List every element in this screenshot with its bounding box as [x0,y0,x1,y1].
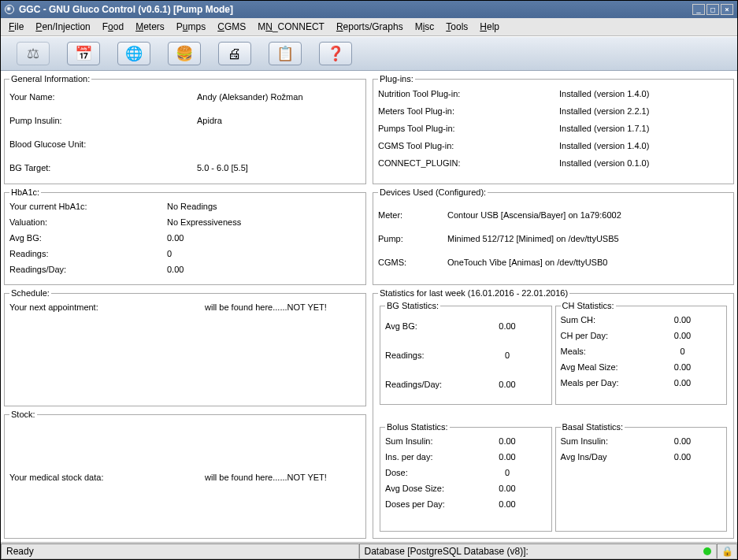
toolbar-btn-globe[interactable]: 🌐 [117,42,150,65]
menu-file[interactable]: File [4,20,28,33]
bg-statistics-panel: BG Statistics: Avg BG:0.00Readings:0Read… [380,301,552,405]
bg-stat-label-0: Avg BG: [385,318,488,334]
bolus-stat-label-0: Sum Insulin: [385,433,488,449]
menu-reports-graphs[interactable]: Reports/Graphs [332,20,408,33]
hba1c-label-1: Valuation: [9,214,167,230]
hba1c-value-4: 0.00 [167,261,361,277]
titlebar: GGC - GNU Gluco Control (v0.6.1) [Pump M… [1,1,737,18]
device-value-2: OneTouch Vibe [Animas] on /dev/ttyUSB0 [447,250,729,274]
menu-cgms[interactable]: CGMS [213,20,250,33]
bg-stat-value-2: 0.00 [488,376,527,392]
toolbar-btn-print[interactable]: 🖨 [218,42,251,65]
menu-tools[interactable]: Tools [441,20,473,33]
plugin-label-2: Pumps Tool Plug-in: [378,120,559,137]
basal-statistics-panel: Basal Statistics: Sum Insulin:0.00Avg In… [555,422,728,532]
toolbar-btn-food[interactable]: 🍔 [168,42,201,65]
device-label-1: Pump: [378,227,447,250]
plugins-panel: Plug-ins: Nutrition Tool Plug-in:Install… [373,74,734,184]
plugin-label-3: CGMS Tool Plug-in: [378,137,559,154]
schedule-value: will be found here......NOT YET! [205,299,361,315]
db-status-indicator-icon [703,547,711,555]
bg-stat-value-1: 0 [488,347,527,363]
statistics-panel: Statistics for last week (16.01.2016 - 2… [373,288,734,539]
toolbar-btn-calendar[interactable]: 📅 [67,42,100,65]
menu-help[interactable]: Help [475,20,504,33]
bolus-stat-value-1: 0.00 [488,449,527,465]
window-title: GGC - GNU Gluco Control (v0.6.1) [Pump M… [19,4,233,15]
plugin-value-0: Installed (version 1.4.0) [559,85,729,102]
your-name-value: Andy (Aleksander) Rožman [197,85,361,109]
plugin-value-3: Installed (version 1.4.0) [559,137,729,154]
ch-stat-label-2: Meals: [561,343,663,359]
hba1c-value-3: 0 [167,246,361,261]
minimize-button[interactable]: _ [692,4,705,15]
toolbar-btn-checklist[interactable]: 📋 [269,42,302,65]
maximize-button[interactable]: □ [706,4,719,15]
status-right: Database [PostgreSQL Database (v8)]: [359,543,718,559]
bolus-stat-label-4: Doses per Day: [385,496,488,512]
plugin-value-2: Installed (version 1.7.1) [559,120,729,137]
device-label-0: Meter: [378,203,447,227]
ch-stat-value-0: 0.00 [663,312,703,328]
hba1c-label-0: Your current HbA1c: [9,198,167,214]
hba1c-label-4: Readings/Day: [9,261,167,277]
stock-label: Your medical stock data: [9,469,205,485]
device-label-2: CGMS: [378,250,447,274]
menu-pumps[interactable]: Pumps [172,20,210,33]
hba1c-label-3: Readings: [9,246,167,261]
pump-insulin-value: Apidra [197,109,361,132]
stock-legend: Stock: [9,410,37,419]
bg-stat-label-1: Readings: [385,347,488,363]
bg-target-label: BG Target: [9,156,197,180]
schedule-legend: Schedule: [9,288,51,298]
schedule-panel: Schedule: Your next appointment:will be … [4,288,366,406]
ch-stat-value-3: 0.00 [663,359,703,375]
bolus-statistics-panel: Bolus Statistics: Sum Insulin:0.00Ins. p… [380,422,552,532]
bg-target-value: 5.0 - 6.0 [5.5] [197,156,361,180]
hba1c-panel: HbA1c: Your current HbA1c:No ReadingsVal… [4,187,366,285]
menu-pen-injection[interactable]: Pen/Injection [31,20,95,33]
basal-stat-value-1: 0.00 [663,449,703,465]
toolbar: ⚖ 📅 🌐 🍔 🖨 📋 ❓ [1,36,737,71]
device-value-0: Contour USB [Ascensia/Bayer] on 1a79:600… [447,203,729,227]
bolus-stat-label-1: Ins. per day: [385,449,488,465]
bolus-stat-value-3: 0.00 [488,480,527,496]
bg-stats-legend: BG Statistics: [385,301,440,310]
ch-stat-value-4: 0.00 [663,375,703,391]
bolus-stats-legend: Bolus Statistics: [385,422,450,432]
bg-stat-label-2: Readings/Day: [385,376,488,392]
lock-icon [721,546,733,557]
status-db-label: Database [PostgreSQL Database (v8)]: [365,546,528,557]
ch-statistics-panel: CH Statistics: Sum CH:0.00CH per Day:0.0… [555,301,728,405]
devices-legend: Devices Used (Configured): [378,187,488,197]
hba1c-value-1: No Expressiveness [167,214,361,230]
schedule-label: Your next appointment: [9,299,205,315]
menu-misc[interactable]: Misc [410,20,439,33]
stock-value: will be found here......NOT YET! [205,469,361,485]
bolus-stat-label-2: Dose: [385,465,488,480]
general-information-panel: General Information: Your Name:Andy (Ale… [4,74,366,184]
statusbar: Ready Database [PostgreSQL Database (v8)… [1,542,737,559]
plugins-legend: Plug-ins: [378,74,415,83]
app-icon [5,5,14,14]
menu-food[interactable]: Food [98,20,128,33]
toolbar-btn-help[interactable]: ❓ [319,42,352,65]
ch-stat-value-1: 0.00 [663,328,703,343]
bolus-stat-value-0: 0.00 [488,433,527,449]
plugin-value-4: Installed (version 0.1.0) [559,154,729,172]
menu-mn-connect[interactable]: MN_CONNECT [253,20,329,33]
ch-stat-label-4: Meals per Day: [561,375,663,391]
close-button[interactable]: × [721,4,733,15]
ch-stat-label-0: Sum CH: [561,312,663,328]
basal-stat-label-0: Sum Insulin: [561,433,663,449]
hba1c-legend: HbA1c: [9,187,41,197]
stock-panel: Stock: Your medical stock data:will be f… [4,410,366,539]
status-lock [717,543,737,559]
menu-meters[interactable]: Meters [131,20,169,33]
pump-insulin-label: Pump Insulin: [9,109,197,132]
bolus-stat-value-4: 0.00 [488,496,527,512]
hba1c-value-0: No Readings [167,198,361,214]
basal-stats-legend: Basal Statistics: [561,422,625,432]
devices-panel: Devices Used (Configured): Meter:Contour… [373,187,734,285]
toolbar-btn-1[interactable]: ⚖ [17,42,50,65]
